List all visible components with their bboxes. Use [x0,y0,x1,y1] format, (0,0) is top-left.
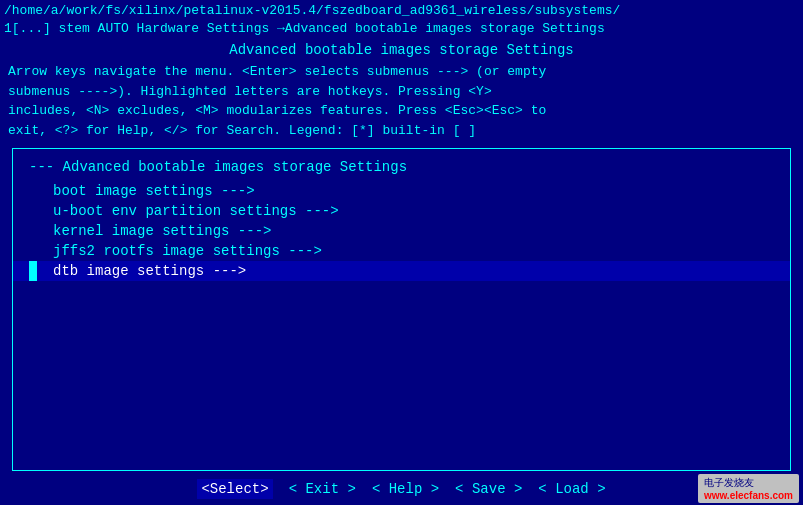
menu-box: --- Advanced bootable images storage Set… [12,148,791,471]
help-text: Arrow keys navigate the menu. <Enter> se… [4,62,799,140]
menu-item-1[interactable]: u-boot env partition settings ---> [13,201,790,221]
menu-items-container: boot image settings --->u-boot env parti… [13,181,790,281]
menu-header: --- Advanced bootable images storage Set… [13,157,790,177]
help-line2: submenus ---->). Highlighted letters are… [8,82,795,102]
menu-item-4[interactable]: dtb image settings ---> [13,261,790,281]
menu-item-2[interactable]: kernel image settings ---> [13,221,790,241]
btn-help[interactable]: < Help > [372,481,439,497]
btn-save[interactable]: < Save > [455,481,522,497]
bottom-bar: <Select>< Exit >< Help >< Save >< Load > [0,473,803,505]
menu-item-3[interactable]: jffs2 rootfs image settings ---> [13,241,790,261]
terminal: /home/a/work/fs/xilinx/petalinux-v2015.4… [0,0,803,505]
help-line3: includes, <N> excludes, <M> modularizes … [8,101,795,121]
btn-load[interactable]: < Load > [538,481,605,497]
btn-select[interactable]: <Select> [197,479,272,499]
path-display: /home/a/work/fs/xilinx/petalinux-v2015.4… [0,0,803,40]
path-line2: 1[...] stem AUTO Hardware Settings →Adva… [4,20,799,38]
path-line1: /home/a/work/fs/xilinx/petalinux-v2015.4… [4,2,799,20]
watermark: 电子发烧友 www.elecfans.com [698,474,799,503]
menu-item-0[interactable]: boot image settings ---> [13,181,790,201]
help-line4: exit, <?> for Help, </> for Search. Lege… [8,121,795,141]
btn-exit[interactable]: < Exit > [289,481,356,497]
help-line1: Arrow keys navigate the menu. <Enter> se… [8,62,795,82]
watermark-logo: 电子发烧友 [704,477,754,488]
main-area: Advanced bootable images storage Setting… [0,40,803,473]
screen-title: Advanced bootable images storage Setting… [4,42,799,58]
watermark-site: www.elecfans.com [704,490,793,501]
